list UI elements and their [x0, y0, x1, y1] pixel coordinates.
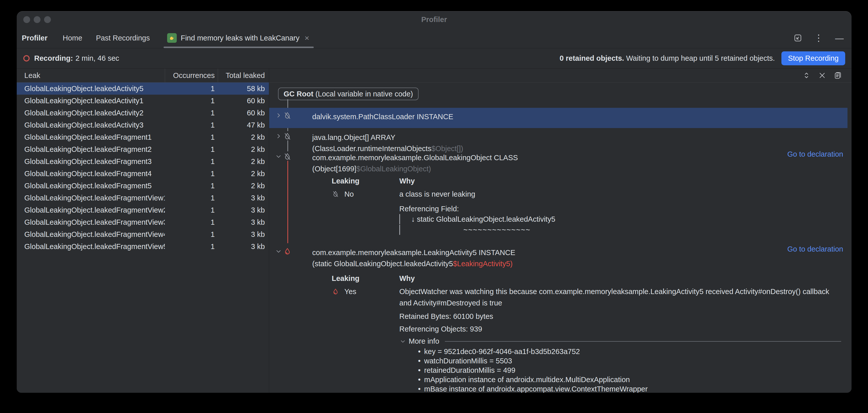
leaking-column-header: Leaking [332, 274, 399, 283]
referencing-field-line: ↓ static GlobalLeakingObject.leakedActiv… [411, 214, 555, 224]
leaking-why-text: a class is never leaking [399, 189, 843, 200]
leak-name: GlobalLeakingObject.leakedActivity1 [17, 97, 165, 105]
options-menu-icon[interactable]: ⋮ [813, 33, 824, 43]
chevron-down-icon[interactable] [274, 153, 283, 159]
gc-root-chip: GC Root (Local variable in native code) [278, 88, 418, 100]
table-row[interactable]: GlobalLeakingObject.leakedFragment212 kb [17, 143, 269, 155]
retained-objects-status: 0 retained objects. Waiting to dump heap… [560, 54, 775, 63]
leak-name: GlobalLeakingObject.leakedActivity5 [17, 85, 165, 93]
ref-field-bar [399, 225, 400, 235]
tab-close-icon[interactable]: × [304, 34, 310, 42]
hide-tool-window-icon[interactable]: — [834, 33, 844, 43]
leak-total: 2 kb [218, 169, 269, 178]
leakcanary-icon [167, 33, 177, 43]
copy-icon[interactable] [833, 71, 842, 80]
referencing-objects: Referencing Objects: 939 [399, 324, 843, 334]
table-row[interactable]: GlobalLeakingObject.leakedActivity5158 k… [17, 83, 269, 95]
chevron-down-icon [400, 339, 406, 344]
table-row[interactable]: GlobalLeakingObject.leakedFragmentView51… [17, 241, 269, 253]
title-bar: Profiler [17, 11, 851, 28]
retained-bytes: Retained Bytes: 60100 bytes [399, 311, 843, 321]
node-title: com.example.memoryleaksample.GlobalLeaki… [312, 152, 518, 163]
dock-tool-window-icon[interactable] [793, 33, 803, 43]
tab-leakcanary[interactable]: Find memory leaks with LeakCanary × [163, 28, 314, 48]
leak-occurrences: 1 [165, 97, 218, 105]
more-info-item: watchDurationMillis = 5503 [418, 356, 843, 366]
leaking-details-class: Leaking Why No [332, 176, 843, 235]
leak-name: GlobalLeakingObject.leakedFragmentView5 [17, 243, 165, 251]
profiler-window: Profiler Profiler Home Past Recordings F… [17, 11, 851, 393]
leak-name: GlobalLeakingObject.leakedFragmentView3 [17, 218, 165, 226]
trace-node-pathclassloader[interactable]: dalvik.system.PathClassLoader INSTANCE [269, 108, 847, 128]
table-row[interactable]: GlobalLeakingObject.leakedActivity1160 k… [17, 95, 269, 107]
leak-total: 3 kb [218, 230, 269, 239]
leak-occurrences: 1 [165, 157, 218, 166]
expand-collapse-all-icon[interactable] [802, 71, 811, 80]
leaking-column-header: Leaking [332, 177, 399, 185]
leaking-why-text: ObjectWatcher was watching this because … [399, 286, 843, 309]
table-row[interactable]: GlobalLeakingObject.leakedFragmentView41… [17, 228, 269, 241]
leak-name: GlobalLeakingObject.leakedFragmentView1 [17, 194, 165, 202]
tool-window-title: Profiler [22, 34, 48, 42]
leak-total: 2 kb [218, 145, 269, 154]
leaking-value: No [344, 190, 354, 198]
table-row[interactable]: GlobalLeakingObject.leakedFragment312 kb [17, 155, 269, 167]
table-row[interactable]: GlobalLeakingObject.leakedFragment512 kb [17, 180, 269, 192]
table-row[interactable]: GlobalLeakingObject.leakedActivity3147 k… [17, 119, 269, 131]
stop-recording-button[interactable]: Stop Recording [781, 51, 845, 65]
leak-occurrences: 1 [165, 206, 218, 214]
recording-indicator-icon [23, 55, 30, 62]
window-title: Profiler [17, 11, 851, 28]
trace-node-leakingactivity5[interactable]: com.example.memoryleaksample.LeakingActi… [269, 244, 847, 273]
leak-name: GlobalLeakingObject.leakedActivity3 [17, 121, 165, 129]
go-to-declaration-link[interactable]: Go to declaration [787, 245, 843, 253]
leak-total: 2 kb [218, 182, 269, 190]
node-subtitle: (static GlobalLeakingObject.leakedActivi… [312, 258, 515, 269]
leak-trace-content: GC Root (Local variable in native code) [269, 83, 851, 393]
leak-occurrences: 1 [165, 109, 218, 117]
trace-node-globalleakingobject[interactable]: com.example.memoryleaksample.GlobalLeaki… [269, 149, 847, 178]
go-to-declaration-link[interactable]: Go to declaration [787, 150, 843, 158]
leak-occurrences: 1 [165, 218, 218, 226]
close-panel-icon[interactable] [817, 71, 827, 80]
leaks-table-header: Leak Occurrences Total leaked [17, 69, 269, 83]
table-row[interactable]: GlobalLeakingObject.leakedFragment412 kb [17, 167, 269, 180]
table-row[interactable]: GlobalLeakingObject.leakedFragment112 kb [17, 131, 269, 143]
ref-field-bar [399, 214, 400, 224]
leak-name: GlobalLeakingObject.leakedFragmentView4 [17, 230, 165, 239]
leaking-details-instance: Leaking Why Yes [332, 273, 843, 393]
table-row[interactable]: GlobalLeakingObject.leakedFragmentView21… [17, 204, 269, 216]
tab-past-recordings[interactable]: Past Recordings [96, 34, 150, 42]
more-info-rule [445, 341, 841, 342]
more-info-list: key = 9521dec0-962f-4046-aa1f-b3d5b263a7… [332, 347, 843, 393]
leak-occurrences: 1 [165, 182, 218, 190]
leak-occurrences: 1 [165, 145, 218, 154]
node-title: dalvik.system.PathClassLoader INSTANCE [312, 111, 453, 122]
leak-name: GlobalLeakingObject.leakedFragment4 [17, 169, 165, 178]
chevron-right-icon[interactable] [274, 113, 283, 119]
leak-occurrences: 1 [165, 85, 218, 93]
table-row[interactable]: GlobalLeakingObject.leakedFragmentView11… [17, 192, 269, 204]
chevron-down-icon[interactable] [274, 248, 283, 254]
column-header-total-leaked[interactable]: Total leaked [218, 69, 269, 82]
leak-trace-detail: GC Root (Local variable in native code) [269, 69, 851, 393]
more-info-item: key = 9521dec0-962f-4046-aa1f-b3d5b263a7… [418, 347, 843, 356]
leak-total: 3 kb [218, 194, 269, 202]
leak-total: 2 kb [218, 157, 269, 166]
tab-home[interactable]: Home [63, 34, 82, 42]
recording-toolbar: Recording: 2 min, 46 sec 0 retained obje… [17, 48, 851, 69]
column-header-leak[interactable]: Leak [17, 71, 165, 80]
node-subtitle: (Object[1699]$GlobalLeakingObject) [312, 163, 518, 174]
leak-name: GlobalLeakingObject.leakedFragment3 [17, 157, 165, 166]
recording-label: Recording: [34, 54, 73, 63]
leak-total: 3 kb [218, 206, 269, 214]
table-row[interactable]: GlobalLeakingObject.leakedFragmentView31… [17, 216, 269, 228]
column-header-occurrences[interactable]: Occurrences [165, 69, 218, 82]
leak-total: 47 kb [218, 121, 269, 129]
not-leaking-icon [283, 132, 292, 141]
table-row[interactable]: GlobalLeakingObject.leakedActivity2160 k… [17, 107, 269, 119]
more-info-toggle[interactable]: More info [400, 337, 843, 345]
chevron-right-icon[interactable] [274, 133, 283, 139]
leak-total: 58 kb [218, 85, 269, 93]
leaking-icon [283, 247, 292, 256]
